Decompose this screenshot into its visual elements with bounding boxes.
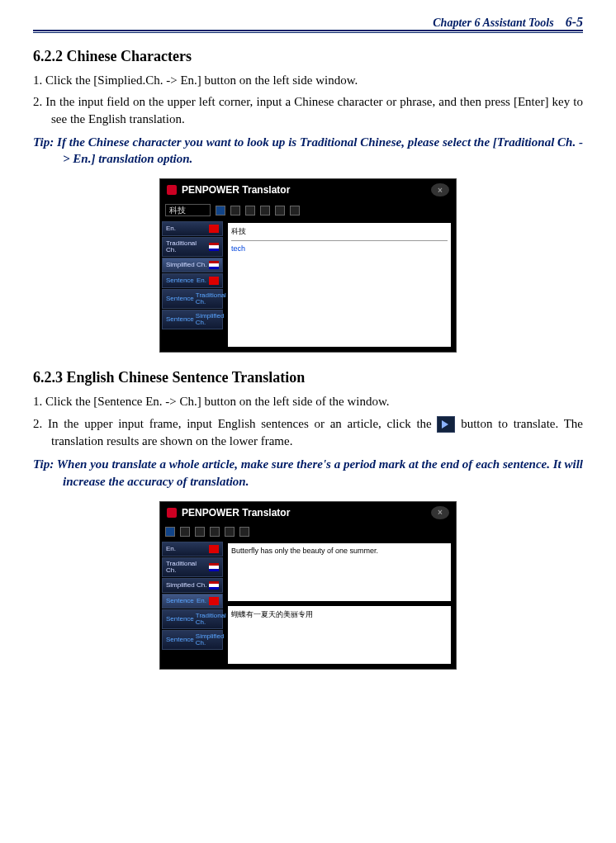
step-622-2: 2. In the input field on the upper left …: [33, 93, 583, 127]
app-title: PENPOWER Translator: [182, 507, 290, 519]
refresh-icon[interactable]: [180, 527, 190, 537]
tab-sentence-en[interactable]: SentenceEn.: [162, 594, 223, 609]
heading-623: 6.2.3 English Chinese Sentence Translati…: [33, 369, 583, 386]
copy-icon[interactable]: [260, 206, 270, 215]
step-623-2: 2. In the upper input frame, input Engli…: [33, 415, 583, 450]
flag-ch-icon: [209, 597, 219, 605]
result-body: tech: [231, 244, 448, 343]
flag-ch-icon: [209, 277, 219, 285]
tab-en[interactable]: En.: [162, 221, 223, 236]
tip-622: Tip: If the Chinese character you want t…: [33, 134, 583, 168]
paste-icon[interactable]: [275, 206, 285, 215]
header-rule: [33, 30, 583, 33]
step-623-1: 1. Click the [Sentence En. -> Ch.] butto…: [33, 393, 583, 410]
heading-622: 6.2.2 Chinese Characters: [33, 48, 583, 65]
app-title: PENPOWER Translator: [182, 184, 290, 196]
translate-button-icon[interactable]: [437, 416, 455, 433]
nav-back-icon[interactable]: [230, 206, 240, 215]
tab-sentence-trad[interactable]: SentenceTraditional Ch.: [162, 289, 223, 309]
close-icon[interactable]: ×: [431, 183, 449, 197]
figure-2: PENPOWER Translator × En. Traditional Ch…: [33, 501, 583, 670]
flag-ch-icon: [209, 225, 219, 233]
input-pane[interactable]: Butterfly has only the beauty of one sum…: [228, 543, 451, 601]
figure-1: PENPOWER Translator × En. Traditional Ch…: [33, 178, 583, 353]
side-tabs: En. Traditional Ch. Simplified Ch. Sente…: [160, 540, 225, 669]
tab-trad-ch[interactable]: Traditional Ch.: [162, 557, 223, 577]
app-logo-icon: [167, 185, 177, 195]
tab-simp-ch[interactable]: Simplified Ch.: [162, 258, 223, 272]
sentence-panels: Butterfly has only the beauty of one sum…: [228, 543, 451, 664]
translate-icon[interactable]: [165, 527, 175, 537]
result-panel: 科技 tech: [228, 223, 451, 347]
tab-sentence-en[interactable]: SentenceEn.: [162, 273, 223, 288]
flag-en-icon: [209, 563, 219, 571]
toolbar: [160, 201, 456, 220]
output-pane: 蝴蝶有一夏天的美丽专用: [228, 606, 451, 664]
flag-en-icon: [209, 261, 219, 269]
page-number: 6-5: [566, 15, 583, 30]
chapter-title: Chapter 6 Assistant Tools: [433, 17, 553, 30]
flag-ch-icon: [209, 545, 219, 553]
translate-icon[interactable]: [216, 206, 225, 215]
nav-back-icon[interactable]: [195, 527, 205, 537]
flag-en-icon: [209, 581, 219, 590]
copy-icon[interactable]: [210, 527, 220, 537]
tab-sentence-simp[interactable]: SentenceSimplified Ch.: [162, 310, 223, 329]
translator-window-1: PENPOWER Translator × En. Traditional Ch…: [159, 178, 457, 353]
result-translation[interactable]: tech: [231, 244, 245, 253]
title-bar: PENPOWER Translator ×: [160, 502, 456, 523]
toolbar: [160, 523, 456, 540]
tab-simp-ch[interactable]: Simplified Ch.: [162, 578, 223, 593]
side-tabs: En. Traditional Ch. Simplified Ch. Sente…: [160, 220, 225, 352]
clear-icon[interactable]: [290, 206, 300, 215]
tab-trad-ch[interactable]: Traditional Ch.: [162, 237, 223, 257]
tab-en[interactable]: En.: [162, 542, 223, 556]
title-bar: PENPOWER Translator ×: [160, 179, 456, 201]
tip-623: Tip: When you translate a whole article,…: [33, 456, 583, 490]
tab-sentence-simp[interactable]: SentenceSimplified Ch.: [162, 630, 223, 650]
page-header: Chapter 6 Assistant Tools 6-5: [33, 15, 583, 33]
nav-fwd-icon[interactable]: [245, 206, 255, 215]
search-input[interactable]: [165, 204, 211, 216]
paste-icon[interactable]: [225, 527, 235, 537]
translator-window-2: PENPOWER Translator × En. Traditional Ch…: [159, 501, 457, 670]
tab-sentence-trad[interactable]: SentenceTraditional Ch.: [162, 609, 223, 629]
result-headword: 科技: [231, 226, 448, 241]
clear-icon[interactable]: [239, 527, 249, 537]
close-icon[interactable]: ×: [431, 506, 449, 519]
step-622-1: 1. Click the [Simplied.Ch. -> En.] butto…: [33, 72, 583, 88]
app-logo-icon: [167, 508, 177, 518]
flag-en-icon: [209, 243, 219, 251]
